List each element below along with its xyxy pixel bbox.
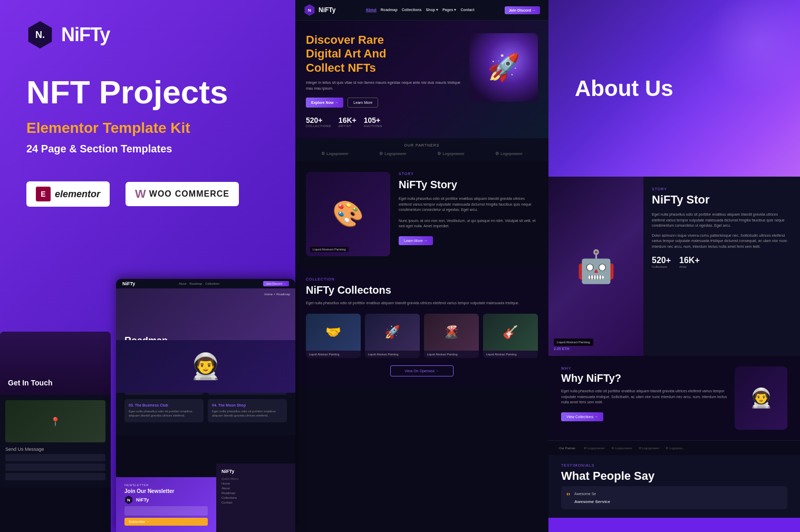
contact-snippet: Get In Touch Send Us Message [0,332,111,532]
story-learn-more-button[interactable]: Learn More → [399,236,433,245]
about-title: About Us [575,76,774,101]
right-stat-collections-num: 520+ [652,256,671,265]
partners-logos: Logopoweer Logopoweer Logopoweer Logopow… [306,151,538,156]
contact-field-3 [5,473,105,480]
contact-field-1 [5,454,105,461]
why-tag: WHY [561,366,728,370]
nav-link-roadmap[interactable]: Roadmap [381,8,398,12]
right-story-section: 🤖 Liquid Abstract Painting 2.05 ETH STOR… [548,177,800,356]
roadmap-item-3: 03. The Business Club Eget nulla phasell… [124,399,204,422]
testimonial-card: " Awesome Se Awesome Service [561,486,787,509]
collections-tag: COLLECTION [306,277,538,281]
view-collections-button[interactable]: View Collections → [561,412,603,421]
right-story-art-icon: 🤖 [576,248,616,285]
learn-more-button[interactable]: Learn More [348,98,378,108]
collection-card-3[interactable]: 🌋 Liquid Abstract Painting [424,314,479,358]
collection-card-1[interactable]: 🤝 Liquid Abstract Painting [306,314,361,358]
main-title: NFT Projects [26,75,269,109]
right-partners-section: Our Partner ⚙ Logopoweer ⚙ Logopoweer ⚙ … [548,440,800,455]
nav-join-discord-button[interactable]: Join Discord → [505,6,540,14]
right-story-content: STORY NiFTy Stor Eget nulla phasellus od… [643,177,800,356]
stat-artists-label: ARTIST [339,124,356,128]
middle-panel: N NiFTy About Roadmap Collections Shop ▾… [295,0,548,532]
logo-area: N. NiFTy [26,21,269,49]
collection-label-4: Liquid Abstract Painting [483,351,538,358]
description: 24 Page & Section Templates [26,143,269,155]
roadmap-item-3-text: Eget nulla phasellus odio sit porttitor … [129,409,199,418]
nav-link-about[interactable]: About [366,8,377,12]
quick-menu-item-about[interactable]: About [221,487,290,490]
roadmap-nav: NiFTy About Roadmap Collections Join Dis… [116,279,295,288]
testimonial-content: Awesome Se Awesome Service [574,491,610,504]
nav-link-contact[interactable]: Contact [460,8,474,12]
quick-menu-item-roadmap[interactable]: Roadmap [221,491,290,495]
why-section: WHY Why NiFTy? Eget nulla phasellus odio… [548,356,800,440]
view-opensea-button[interactable]: View On Opensea → [390,365,454,376]
right-story-img-price: 2.05 ETH [554,347,593,351]
story-title: NiFTy Story [399,179,538,191]
right-stat-collections-label: Collections [652,265,671,268]
quick-menu-item-contact[interactable]: Contact [221,501,290,504]
newsletter-subscribe-button[interactable]: Subscribe → [124,518,208,526]
hero-buttons: Explore Now → Learn More [306,98,461,108]
roadmap-nav-link-3[interactable]: Collections [205,282,219,285]
right-partner-logos: ⚙ Logopoweer ⚙ Logopoweer ⚙ Logopoweer ⚙… [584,446,685,450]
stat-artists: 16K+ ARTIST [339,116,356,128]
nav-brand-name: NiFTy [319,6,335,14]
roadmap-item-4-text: Eget nulla phasellus odio sit porttitor … [212,409,283,418]
nav-link-collections[interactable]: Collections [402,8,422,12]
newsletter-tag: NEWSLETTER [124,483,208,487]
site-nav: N NiFTy About Roadmap Collections Shop ▾… [295,0,548,21]
hero-stats: 520+ COLLECTIONS 16K+ ARTIST 105+ AUCTIO… [306,116,461,128]
right-partner-4: ⚙ Logopow... [666,446,685,450]
quick-menu-item-home[interactable]: Home [221,482,290,485]
quick-menu-item-collections[interactable]: Collections [221,496,290,499]
story-image: 🎨 Liquid Abstract Painting [306,172,390,256]
hero-title: Discover Rare Digital Art And Collect NF… [306,33,461,75]
roadmap-nav-link-1[interactable]: About [179,282,186,285]
woo-badge: W WOO COMMERCE [126,182,239,206]
woo-icon: W [135,187,146,201]
contact-map [5,400,105,442]
right-partner-1: ⚙ Logopoweer [584,446,605,450]
nav-link-shop[interactable]: Shop ▾ [426,8,438,12]
stat-auctions-label: AUCTIONS [364,124,382,128]
roadmap-item-4: 04. The Moon Shop Eget nulla phasellus o… [208,399,287,422]
contact-title: Get In Touch [8,379,53,387]
stat-auctions-num: 105+ [364,116,382,124]
logo-hex-icon: N. [26,21,54,49]
collection-img-3: 🌋 [424,314,479,351]
collection-card-4[interactable]: 🎸 Liquid Abstract Painting [483,314,538,358]
newsletter-email-input[interactable] [124,506,208,516]
contact-header: Get In Touch [0,332,111,395]
contact-field-2 [5,463,105,471]
roadmap-astronaut-image: 👨‍🚀 [116,340,295,393]
nav-link-pages[interactable]: Pages ▾ [442,8,457,12]
roadmap-item-3-title: 03. The Business Club [129,403,199,407]
stat-collections: 520+ COLLECTIONS [306,116,331,128]
why-title: Why NiFTy? [561,372,728,384]
woo-commerce-label: COMMERCE [175,189,229,199]
logo-initial: N. [35,30,45,41]
explore-now-button[interactable]: Explore Now → [306,98,343,108]
quote-icon: " [566,491,570,502]
roadmap-nav-logo: NiFTy [122,281,135,286]
elementor-badge: E elementor [26,181,110,207]
right-story-img-info: Liquid Abstract Painting 2.05 ETH [554,338,593,351]
stat-collections-num: 520+ [306,116,331,124]
collection-img-2: 🚀 [365,314,420,351]
astronaut-icon: 🚀 [487,52,520,83]
roadmap-nav-discord[interactable]: Join Discord → [263,281,289,286]
hero-section: Discover Rare Digital Art And Collect NF… [295,21,548,138]
collection-card-2[interactable]: 🚀 Liquid Abstract Painting [365,314,420,358]
partner-logo-1: Logopoweer [321,151,349,156]
quick-menu-label: Quick Menu [221,477,290,480]
right-story-tag: STORY [652,187,792,191]
elementor-label: elementor [55,189,100,200]
testimonials-section: TESTIMONIALS What People Say " Awesome S… [548,455,800,518]
partner-logo-2: Logopoweer [379,151,407,156]
roadmap-nav-link-2[interactable]: Roadmap [189,282,202,285]
right-story-art: 🤖 [548,177,643,356]
right-story-desc1: Eget nulla phasellus odio sit porttitor … [652,212,792,229]
collections-section: COLLECTION NiFTy Collectons Eget nulla p… [295,267,548,387]
